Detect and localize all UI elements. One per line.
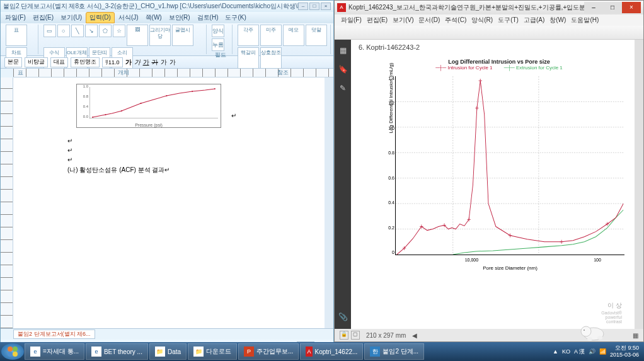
menu-file[interactable]: 파일(F) xyxy=(341,16,362,25)
sup-button[interactable]: 가 xyxy=(170,58,176,67)
endnote-button[interactable]: 미주 xyxy=(260,25,282,46)
sub-button[interactable]: 가 xyxy=(161,58,167,67)
para-mark: ↵ xyxy=(231,112,236,119)
shape-icon[interactable]: ☆ xyxy=(113,25,125,37)
footnote-button[interactable]: 각주 xyxy=(238,25,259,46)
style-dropdown[interactable]: 본문 xyxy=(4,57,22,67)
nav-left-icon[interactable]: ◀ xyxy=(412,332,417,339)
svg-point-40 xyxy=(8,347,13,352)
underline-button[interactable]: 가 xyxy=(143,58,149,67)
sound-icon[interactable]: 🔊 xyxy=(589,348,595,355)
menu-security[interactable]: 보안(R) xyxy=(166,13,193,23)
para-mark: ↵ xyxy=(67,156,72,163)
taskbar-item[interactable]: AKoptri_14622... xyxy=(300,343,363,360)
bookmark-button[interactable]: 핵갈피 xyxy=(238,47,259,69)
menu-comment[interactable]: 주석(C) xyxy=(445,16,466,25)
crossref-button[interactable]: 상호참조 xyxy=(260,47,282,69)
table-button[interactable]: 표 xyxy=(6,25,27,46)
maximize-button[interactable]: □ xyxy=(309,3,319,10)
minimize-button[interactable]: – xyxy=(584,2,603,13)
scrollbar-v[interactable] xyxy=(635,40,643,329)
ime-indicator[interactable]: A 漢 xyxy=(574,348,585,356)
taskbar-item[interactable]: 📁다운로드 xyxy=(188,343,237,360)
menu-edit[interactable]: 편집(E) xyxy=(30,13,57,23)
scrollbar-v[interactable] xyxy=(325,77,333,328)
field-button[interactable]: 누름틀 xyxy=(212,38,224,51)
svg-point-39 xyxy=(587,337,592,341)
menu-window[interactable]: 창(W) xyxy=(549,16,566,25)
shape-icon[interactable]: ○ xyxy=(57,25,70,37)
shape-icon[interactable]: ▭ xyxy=(43,25,56,37)
para-mark: ↵ xyxy=(67,137,72,144)
taskbar-item[interactable]: P주간업무보... xyxy=(238,343,299,360)
maximize-button[interactable]: □ xyxy=(603,2,622,13)
pages-panel-icon[interactable]: ▦ xyxy=(338,46,348,56)
bookmarks-icon[interactable]: 🔖 xyxy=(338,65,348,75)
taskbar-item[interactable]: 한붙임2 단계... xyxy=(364,343,424,360)
italic-button[interactable]: 가 xyxy=(134,58,141,67)
menu-page[interactable]: 쪽(W) xyxy=(142,13,165,23)
hwp-titlebar[interactable]: 붙임2 단계보고서(별지 제8호 서식)_3-2(승한군)_CHO_v1.hwp… xyxy=(1,1,333,12)
menu-format[interactable]: 서식(J) xyxy=(115,13,142,23)
signature-icon[interactable]: ✎ xyxy=(338,84,348,94)
picture-button[interactable]: 🖼 xyxy=(127,25,148,46)
field-button[interactable]: 양식 개체 xyxy=(212,25,224,37)
drawing-button[interactable]: 그리기마당 xyxy=(149,25,171,46)
lock-icon[interactable]: 🔒 xyxy=(340,331,348,340)
shape-icon[interactable]: ⬠ xyxy=(99,25,112,37)
close-button[interactable]: × xyxy=(622,2,641,13)
svg-point-38 xyxy=(597,336,602,340)
menu-tools[interactable]: 도구(K) xyxy=(222,13,249,23)
doc-tab[interactable]: 붙임2 단계보고서(별지 제6... xyxy=(13,329,95,339)
comment-button[interactable]: 덧말 xyxy=(306,25,327,46)
hwp-title-text: 붙임2 단계보고서(별지 제8호 서식)_3-2(승한군)_CHO_v1.hwp… xyxy=(3,2,298,11)
svg-point-2 xyxy=(92,117,93,118)
network-icon[interactable]: 📶 xyxy=(599,348,606,355)
fontcat-dropdown[interactable]: 대표 xyxy=(50,57,68,67)
shape-icon[interactable]: ↘ xyxy=(85,25,98,37)
bold-button[interactable]: 가 xyxy=(125,58,132,67)
menu-input[interactable]: 입력(D) xyxy=(86,12,115,23)
nav-right-icon[interactable]: ▦ xyxy=(633,332,638,339)
acrobat-titlebar[interactable]: A Koptri_1462243_보고서_한국과학기술연구원_카본+분말의+진밀… xyxy=(335,1,643,14)
para-dropdown[interactable]: 비탕글 xyxy=(25,57,48,67)
menu-help[interactable]: 도움말(H) xyxy=(571,16,599,25)
svg-point-6 xyxy=(166,95,167,96)
menu-view[interactable]: 보기(U) xyxy=(57,13,85,23)
taskbar-item[interactable]: 📁Data xyxy=(149,343,187,360)
page-dimensions: 210 x 297 mm xyxy=(366,332,406,339)
document-view[interactable]: 6. Koptri-1462243-2 Log Differential Int… xyxy=(351,40,635,329)
menu-review[interactable]: 검토(H) xyxy=(194,13,222,23)
minimize-button[interactable]: – xyxy=(298,3,308,10)
attach-icon[interactable]: 📎 xyxy=(338,312,348,323)
memo-button[interactable]: 메모 xyxy=(283,25,304,46)
page-icon[interactable]: ▢ xyxy=(351,331,360,340)
wordart-button[interactable]: 글맵시 xyxy=(172,25,193,46)
strike-button[interactable]: 가 xyxy=(152,58,158,67)
shape-icon[interactable]: ╲ xyxy=(71,25,84,37)
start-button[interactable] xyxy=(1,343,24,360)
hwp-window: 붙임2 단계보고서(별지 제8호 서식)_3-2(승한군)_CHO_v1.hwp… xyxy=(0,0,334,342)
menu-edit[interactable]: 편집(E) xyxy=(367,16,388,25)
taskbar-item[interactable]: eBET theory ... xyxy=(86,343,148,360)
menu-document[interactable]: 문서(D) xyxy=(418,16,440,25)
menu-advanced[interactable]: 고급(A) xyxy=(524,16,544,25)
taskbar: e=자세대 통... eBET theory ... 📁Data 📁다운로드 P… xyxy=(0,342,644,361)
hwp-ribbon: 표 차트 표 ▭ ○ ╲ ↘ ⬠ ☆ 🖼 그리기마당 글맵시 수식 OLE개체 … xyxy=(1,23,333,56)
tray-expand-icon[interactable]: ▲ xyxy=(553,348,558,355)
menu-tools[interactable]: 도구(T) xyxy=(498,16,519,25)
font-dropdown[interactable]: 휴먼명조 xyxy=(71,57,100,67)
document-page[interactable]: 1.0 0.8 0.4 0.0 Pressure (psi) xyxy=(13,77,325,328)
desktop-mascot[interactable] xyxy=(575,320,606,342)
menu-form[interactable]: 양식(R) xyxy=(471,16,493,25)
lang-indicator[interactable]: KO xyxy=(562,348,570,355)
embedded-chart[interactable]: 1.0 0.8 0.4 0.0 Pressure (psi) xyxy=(76,84,221,128)
menu-view[interactable]: 보기(V) xyxy=(393,16,413,25)
taskbar-item[interactable]: e=자세대 통... xyxy=(25,343,84,360)
size-dropdown[interactable]: ﾘ11.0 xyxy=(102,57,123,67)
menu-file[interactable]: 파일(F) xyxy=(2,13,29,23)
clock[interactable]: 오전 9:50 2015-03-06 xyxy=(610,345,639,358)
y-ticks: 00.20.40.60.81.01.21.4 xyxy=(382,76,394,255)
vertical-ruler[interactable] xyxy=(1,77,13,328)
close-button[interactable]: × xyxy=(321,3,331,10)
